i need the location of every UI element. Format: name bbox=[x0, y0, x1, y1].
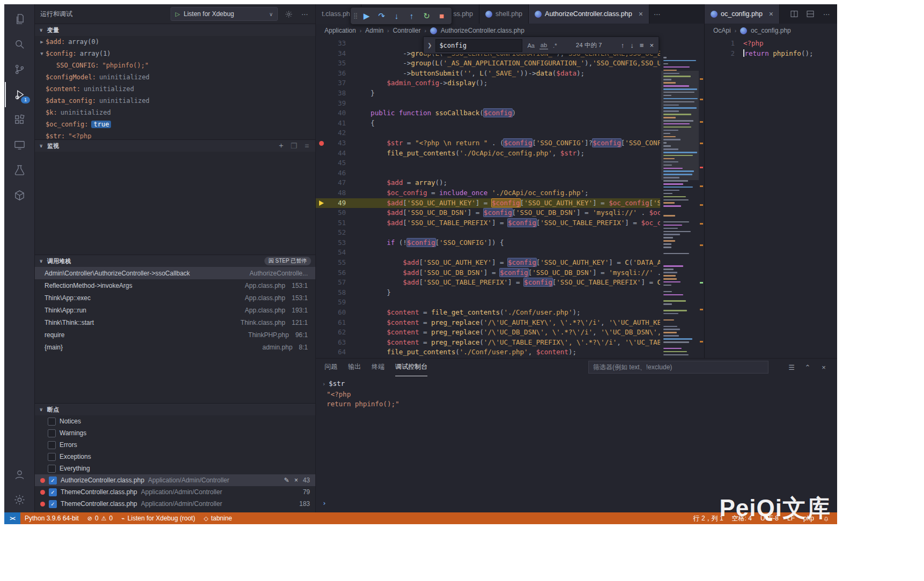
console-line[interactable]: "<?php bbox=[322, 390, 837, 400]
code-editor[interactable]: 3334 ->group(L('_SSO_CENTER_CONFIGURATIO… bbox=[316, 38, 704, 358]
variable-row[interactable]: $content:uninitialized bbox=[35, 83, 315, 95]
breakpoint-row[interactable]: ✓ThemeController.class.phpApplication/Ad… bbox=[35, 498, 315, 510]
code-line[interactable]: 38 } bbox=[316, 88, 660, 99]
code-line[interactable]: 61 $content = preg_replace('/\'UC_AUTH_K… bbox=[316, 318, 660, 328]
breadcrumb-item[interactable]: AuthorizeController.class.php bbox=[441, 27, 524, 34]
editor-layout-icon[interactable] bbox=[805, 9, 816, 19]
breakpoint-row[interactable]: ✓ThemeController.class.phpApplication/Ad… bbox=[35, 486, 315, 498]
code-line[interactable]: 41 { bbox=[316, 118, 660, 129]
checkbox-checked[interactable]: ✓ bbox=[49, 488, 57, 496]
watch-header[interactable]: ∨ 监视 ＋ ❐ ≡ bbox=[35, 140, 315, 152]
tab-shell-php[interactable]: shell.php bbox=[479, 4, 529, 24]
twistie-icon[interactable]: ▶ bbox=[38, 39, 46, 44]
run-and-debug-icon[interactable]: 1 bbox=[5, 82, 34, 107]
code-line[interactable]: 46 bbox=[316, 168, 660, 178]
debug-console[interactable]: ›$str"<?phpreturn phpinfo();" › bbox=[316, 376, 837, 512]
line-number[interactable]: 60 bbox=[327, 308, 346, 318]
code-line[interactable]: 53 if (!$config['SSO_CONFIG']) { bbox=[316, 238, 660, 248]
find-input[interactable]: $config bbox=[435, 39, 522, 52]
tab-authorizecontroller-class-php[interactable]: AuthorizeController.class.php × bbox=[529, 4, 649, 24]
more-actions-icon[interactable]: ⋯ bbox=[299, 9, 310, 19]
call-stack-frame[interactable]: Think\App::execApp.class.php153:1 bbox=[35, 292, 315, 304]
continue-icon[interactable]: ▶ bbox=[359, 9, 374, 23]
variable-row[interactable]: $k:uninitialized bbox=[35, 107, 315, 118]
breakpoint-toggle[interactable]: Exceptions bbox=[35, 451, 315, 463]
code-line[interactable]: 47 $add = array(); bbox=[316, 178, 660, 188]
regex-icon[interactable]: .* bbox=[552, 42, 558, 49]
line-number[interactable]: 39 bbox=[327, 99, 346, 109]
call-stack-frame[interactable]: {main}admin.php8:1 bbox=[35, 341, 315, 353]
code-line[interactable]: 44 file_put_contents('./OcApi/oc_config.… bbox=[316, 148, 660, 159]
line-number[interactable]: 50 bbox=[327, 208, 346, 218]
close-icon[interactable]: × bbox=[648, 41, 655, 49]
console-line[interactable]: ›$str bbox=[322, 379, 837, 390]
tabnine-status[interactable]: ◇tabnine bbox=[199, 512, 236, 524]
code-line[interactable]: 60 $content = file_get_contents('./Conf/… bbox=[316, 308, 660, 318]
line-number[interactable]: 36 bbox=[327, 69, 346, 79]
debug-gear-icon[interactable] bbox=[283, 9, 294, 19]
tab-output[interactable]: 输出 bbox=[348, 359, 361, 376]
breadcrumb-item[interactable]: Admin bbox=[365, 27, 383, 34]
line-number[interactable]: 45 bbox=[327, 158, 346, 168]
code-line[interactable]: 45 bbox=[316, 158, 660, 168]
breakpoint-toggle[interactable]: Everything bbox=[35, 463, 315, 474]
line-number[interactable]: 53 bbox=[327, 238, 346, 248]
add-expression-icon[interactable]: ＋ bbox=[277, 141, 285, 150]
close-icon[interactable]: × bbox=[769, 10, 773, 18]
breadcrumb-item[interactable]: OcApi bbox=[713, 27, 731, 34]
line-number[interactable]: 42 bbox=[327, 128, 346, 138]
variable-row[interactable]: ▶$add:array(0) bbox=[35, 36, 315, 48]
maximize-panel-icon[interactable]: ⌃ bbox=[803, 362, 812, 372]
line-number[interactable]: 52 bbox=[327, 228, 346, 238]
code-line[interactable]: 39 bbox=[316, 99, 660, 109]
code-line[interactable]: 43 $str = "<?php \n return " . ($config[… bbox=[316, 138, 660, 148]
code-line[interactable]: 63 $content = preg_replace('/\'UC_TABLE_… bbox=[316, 338, 660, 348]
breakpoint-icon[interactable] bbox=[319, 141, 324, 146]
next-match-icon[interactable]: ↓ bbox=[629, 41, 635, 49]
breakpoint-toggle[interactable]: Warnings bbox=[35, 427, 315, 439]
remote-explorer-icon[interactable] bbox=[5, 132, 34, 158]
indentation[interactable]: 空格: 4 bbox=[728, 512, 756, 524]
variable-row[interactable]: SSO_CONFIG:"phpinfo();" bbox=[35, 59, 315, 71]
code-line[interactable]: 51 $add['SSO_UC_TABLE_PREFIX'] = $config… bbox=[316, 218, 660, 228]
step-out-icon[interactable]: ↑ bbox=[404, 9, 419, 23]
more-tabs-icon[interactable]: ⋯ bbox=[649, 4, 665, 24]
checkbox-unchecked[interactable] bbox=[48, 441, 56, 449]
line-number[interactable]: 41 bbox=[327, 118, 346, 129]
close-panel-icon[interactable]: × bbox=[819, 362, 829, 372]
line-number[interactable]: 59 bbox=[327, 297, 346, 308]
console-line[interactable]: return phpinfo();" bbox=[322, 399, 837, 409]
gutter-glyph[interactable] bbox=[316, 141, 327, 146]
code-line[interactable]: 2return phpinfo(); bbox=[705, 49, 833, 59]
settings-gear-icon[interactable] bbox=[5, 487, 34, 512]
line-number[interactable]: 1 bbox=[715, 39, 735, 49]
breakpoint-toggle[interactable]: Errors bbox=[35, 439, 315, 451]
code-editor-right[interactable]: 1<?php2return phpinfo(); bbox=[705, 38, 837, 358]
start-debug-icon[interactable]: ▷ bbox=[175, 11, 180, 18]
line-number[interactable]: 38 bbox=[327, 88, 346, 99]
line-number[interactable]: 63 bbox=[327, 338, 346, 348]
variables-header[interactable]: ∨ 变量 bbox=[35, 24, 315, 36]
tab-problems[interactable]: 问题 bbox=[324, 359, 337, 376]
call-stack-frame[interactable]: Think\App::runApp.class.php193:1 bbox=[35, 304, 315, 316]
variable-row[interactable]: ▼$config:array(1) bbox=[35, 48, 315, 59]
code-line[interactable]: 62 $content = preg_replace('/\'UC_DB_DSN… bbox=[316, 327, 660, 338]
minimap[interactable] bbox=[661, 57, 699, 357]
notifications-bell-icon[interactable] bbox=[818, 512, 834, 524]
checkbox-unchecked[interactable] bbox=[48, 465, 56, 473]
line-number[interactable]: 49 bbox=[327, 198, 346, 208]
whole-word-icon[interactable]: ab bbox=[539, 41, 548, 49]
code-line[interactable]: 48 $oc_config = include_once './OcApi/oc… bbox=[316, 188, 660, 198]
call-stack-frame[interactable]: ReflectionMethod->invokeArgsApp.class.ph… bbox=[35, 279, 315, 292]
breadcrumb-item[interactable]: oc_config.php bbox=[751, 27, 791, 34]
call-stack-header[interactable]: ∨ 调用堆栈 因 STEP 已暂停 bbox=[35, 255, 315, 267]
testing-icon[interactable] bbox=[5, 158, 34, 183]
variable-row[interactable]: $oc_config:true bbox=[35, 118, 315, 130]
line-number[interactable]: 56 bbox=[327, 268, 346, 278]
checkbox-unchecked[interactable] bbox=[48, 418, 56, 426]
code-line[interactable]: 40 public function ssoCallback($config) bbox=[316, 108, 660, 118]
accounts-icon[interactable] bbox=[5, 462, 34, 487]
breadcrumb-item[interactable]: Application bbox=[324, 27, 356, 34]
repl-prompt-icon[interactable]: › bbox=[322, 498, 327, 509]
python-version[interactable]: Python 3.9.6 64-bit bbox=[20, 512, 83, 524]
